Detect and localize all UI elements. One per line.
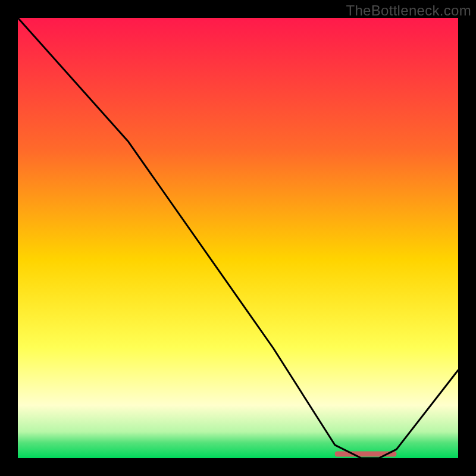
- bg-rect: [18, 18, 458, 458]
- plot-area: [18, 18, 458, 458]
- chart-svg: [18, 18, 458, 458]
- watermark-text: TheBottleneck.com: [346, 2, 471, 19]
- chart-frame: TheBottleneck.com: [0, 0, 476, 476]
